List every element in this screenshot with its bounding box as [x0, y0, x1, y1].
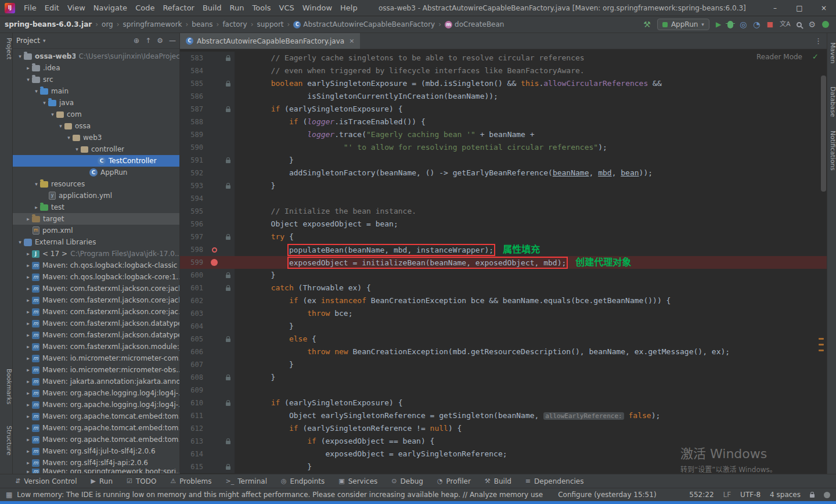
- breadcrumb-item-springframework[interactable]: springframework: [123, 20, 182, 28]
- scrollbar-warning-mark[interactable]: [819, 344, 824, 345]
- tool-window-button-services[interactable]: ▣Services: [338, 477, 377, 485]
- code-line-610[interactable]: 610 if (earlySingletonExposure) {: [180, 397, 827, 409]
- tree-item-resources[interactable]: ▾resources: [13, 178, 179, 190]
- line-number[interactable]: 612: [180, 422, 207, 435]
- tool-window-button-endpoints[interactable]: ◎Endpoints: [281, 477, 325, 485]
- line-number[interactable]: 604: [180, 320, 207, 333]
- tool-window-button-problems[interactable]: ⚠Problems: [170, 477, 211, 485]
- code-line-600[interactable]: 600 }: [180, 269, 827, 282]
- tool-window-button-todo[interactable]: ☑TODO: [127, 477, 156, 485]
- collapse-all-icon[interactable]: ↑: [145, 37, 151, 45]
- line-number[interactable]: 597: [180, 231, 207, 243]
- code-line-592[interactable]: 592 addSingletonFactory(beanName, () -> …: [180, 167, 827, 179]
- line-number[interactable]: 608: [180, 371, 207, 384]
- tool-strip-bookmarks[interactable]: Bookmarks: [0, 369, 13, 404]
- menu-window[interactable]: Window: [298, 0, 336, 16]
- chevron-right-icon[interactable]: ▸: [24, 341, 32, 352]
- chevron-right-icon[interactable]: ▸: [24, 283, 32, 294]
- line-number[interactable]: 595: [180, 205, 207, 218]
- breadcrumb-item-beans[interactable]: beans: [192, 20, 212, 28]
- code-line-613[interactable]: 613 if (exposedObject == bean) {: [180, 435, 827, 448]
- chevron-down-icon[interactable]: ▾: [73, 143, 81, 155]
- chevron-right-icon[interactable]: ▸: [24, 62, 32, 74]
- code-line-584[interactable]: 584 // even when triggered by lifecycle …: [180, 64, 827, 77]
- code-line-609[interactable]: 609: [180, 384, 827, 397]
- tool-windows-icon[interactable]: ▦: [6, 491, 12, 499]
- code-line-593[interactable]: 593 }: [180, 179, 827, 192]
- scrollbar-warning-mark[interactable]: [819, 350, 824, 351]
- breadcrumb-item-docreatebean[interactable]: mdoCreateBean: [445, 20, 504, 28]
- line-number[interactable]: 594: [180, 192, 207, 205]
- tree-item-maven-ch-qos-logback-logback-classic[interactable]: ▸mMaven: ch.qos.logback:logback-classic: [13, 260, 179, 271]
- chevron-down-icon[interactable]: ▾: [16, 236, 24, 248]
- menu-edit[interactable]: Edit: [41, 0, 63, 16]
- tree-item-controller[interactable]: ▾controller: [13, 143, 179, 155]
- maximize-button[interactable]: □: [787, 0, 812, 16]
- tree-item-test[interactable]: ▸test: [13, 201, 179, 213]
- line-number[interactable]: 611: [180, 409, 207, 422]
- line-number[interactable]: 590: [180, 141, 207, 154]
- more-icon[interactable]: ⋮: [815, 33, 822, 49]
- code-line-591[interactable]: 591 }: [180, 154, 827, 167]
- tool-strip-project[interactable]: Project: [0, 38, 13, 60]
- chevron-right-icon[interactable]: ▸: [24, 387, 32, 399]
- code-line-590[interactable]: 590 "' to allow for resolving potential …: [180, 141, 827, 154]
- hide-panel-icon[interactable]: —: [169, 37, 176, 45]
- indent-widget[interactable]: 4 spaces: [770, 491, 801, 499]
- tree-item-maven-org-apache-logging-log4j-log4j[interactable]: ▸mMaven: org.apache.logging.log4j:log4j-…: [13, 387, 179, 399]
- line-number[interactable]: 600: [180, 269, 207, 282]
- chevron-right-icon[interactable]: ▸: [24, 364, 32, 376]
- readonly-lock-icon[interactable]: [810, 494, 815, 498]
- breadcrumb-item-factory[interactable]: factory: [222, 20, 247, 28]
- line-number[interactable]: 598: [180, 243, 207, 256]
- breakpoint-icon[interactable]: [212, 247, 217, 253]
- tree-item-ossa[interactable]: ▾ossa: [13, 120, 179, 132]
- chevron-down-icon[interactable]: ▾: [43, 38, 46, 44]
- build-project-icon[interactable]: ⚒: [643, 20, 651, 29]
- tool-window-button-profiler[interactable]: ◔Profiler: [437, 477, 471, 485]
- chevron-down-icon[interactable]: ▾: [57, 120, 64, 132]
- line-number[interactable]: 596: [180, 218, 207, 231]
- code-line-587[interactable]: 587 if (earlySingletonExposure) {: [180, 103, 827, 116]
- tree-item-maven-org-slf4j-jul-to-slf4j-2-0-6[interactable]: ▸mMaven: org.slf4j:jul-to-slf4j:2.0.6: [13, 445, 179, 457]
- breakpoint-icon[interactable]: [211, 259, 218, 266]
- tree-item-ossa-web3[interactable]: ▾ossa-web3C:\Users\sunjinxin\IdeaProject: [13, 51, 179, 62]
- code-line-595[interactable]: 595 // Initialize the bean instance.: [180, 205, 827, 218]
- tree-item-maven-com-fasterxml-jackson-core-jac[interactable]: ▸mMaven: com.fasterxml.jackson.core:jac.…: [13, 306, 179, 318]
- breadcrumb-item-abstractautowirecapablebeanfactory[interactable]: CAbstractAutowireCapableBeanFactory: [293, 20, 435, 28]
- tree-item-17[interactable]: ▸J< 17 >C:\Program Files\Java\jdk-17.0..…: [13, 248, 179, 260]
- code-line-606[interactable]: 606 throw new BeanCreationException(mbd.…: [180, 345, 827, 358]
- tool-strip-notifications[interactable]: Notifications: [827, 131, 836, 171]
- menu-run[interactable]: Run: [226, 0, 248, 16]
- menu-refactor[interactable]: Refactor: [158, 0, 199, 16]
- tree-item-maven-com-fasterxml-jackson-core-jack[interactable]: ▸mMaven: com.fasterxml.jackson.core:jack…: [13, 283, 179, 294]
- tree-item-java[interactable]: ▾java: [13, 97, 179, 109]
- scrollbar-warning-mark[interactable]: [819, 338, 824, 340]
- tool-strip-database[interactable]: Database: [827, 87, 836, 117]
- tree-item-maven-org-apache-logging-log4j-log4j[interactable]: ▸mMaven: org.apache.logging.log4j:log4j-…: [13, 399, 179, 411]
- breadcrumb-item-org[interactable]: org: [102, 20, 113, 28]
- configure-link[interactable]: Configure (yesterday 15:51): [558, 491, 656, 499]
- chevron-right-icon[interactable]: ▸: [24, 306, 32, 318]
- chevron-right-icon[interactable]: ▸: [24, 213, 32, 225]
- chevron-right-icon[interactable]: ▸: [24, 399, 32, 411]
- chevron-down-icon[interactable]: ▾: [41, 97, 48, 109]
- code-line-614[interactable]: 614 exposedObject = earlySingletonRefere…: [180, 448, 827, 460]
- debug-button[interactable]: [727, 21, 733, 28]
- chevron-right-icon[interactable]: ▸: [24, 434, 32, 445]
- line-number[interactable]: 609: [180, 384, 207, 397]
- tree-item-maven-jakarta-annotation-jakarta-anno[interactable]: ▸mMaven: jakarta.annotation:jakarta.anno…: [13, 376, 179, 387]
- code-line-583[interactable]: 583 // Eagerly cache singletons to be ab…: [180, 52, 827, 64]
- code-line-588[interactable]: 588 if (logger.isTraceEnabled()) {: [180, 116, 827, 128]
- breadcrumb-item-spring-beans-6-0-3-jar[interactable]: spring-beans-6.0.3.jar: [5, 20, 92, 28]
- memory-indicator-icon[interactable]: [824, 492, 830, 498]
- profiler-button[interactable]: ◔: [753, 20, 760, 29]
- tool-window-button-version-control[interactable]: ⇵Version Control: [15, 477, 77, 485]
- settings-icon[interactable]: ⚙: [157, 37, 163, 45]
- line-number[interactable]: 599: [180, 256, 207, 269]
- chevron-right-icon[interactable]: ▸: [24, 411, 32, 422]
- run-button[interactable]: ▶: [716, 20, 721, 29]
- code-line-596[interactable]: 596 Object exposedObject = bean;: [180, 218, 827, 231]
- tree-item-maven-com-fasterxml-jackson-core-jack[interactable]: ▸mMaven: com.fasterxml.jackson.core:jack…: [13, 294, 179, 306]
- chevron-right-icon[interactable]: ▸: [24, 352, 32, 364]
